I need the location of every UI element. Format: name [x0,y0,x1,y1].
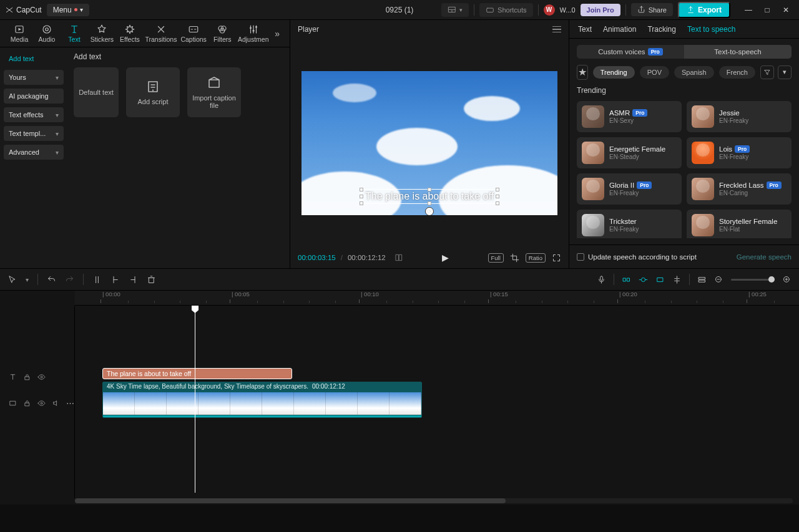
svg-rect-22 [699,277,705,279]
inspector-tab-animation[interactable]: Animation [603,25,636,34]
track-toggle-button[interactable] [697,275,707,284]
text-to-speech-tab[interactable]: Text-to-speech [684,45,792,59]
update-speech-checkbox[interactable] [577,253,584,261]
sidebar-item-text-effects[interactable]: Text effects▾ [4,107,64,122]
join-pro-button[interactable]: Join Pro [581,4,620,16]
ribbon-tab-text[interactable]: Text [61,22,87,45]
selection-tool[interactable] [7,275,17,284]
eye-icon[interactable] [37,373,46,381]
chip-spanish[interactable]: Spanish [674,66,714,79]
zoom-slider[interactable] [731,279,775,281]
sidebar-item-text-templ-[interactable]: Text templ...▾ [4,126,64,141]
ratio-button[interactable]: Ratio [526,253,546,263]
ribbon-more-button[interactable]: » [271,29,283,39]
inspector-tab-tracking[interactable]: Tracking [647,25,676,34]
ribbon-tab-audio[interactable]: Audio [34,22,60,45]
share-button[interactable]: Share [631,3,673,16]
lock-icon[interactable] [23,373,31,381]
preview-canvas[interactable]: The plane is about to take off ⟳ [301,71,557,215]
inspector-tab-text-to-speech[interactable]: Text to speech [687,25,735,34]
export-button[interactable]: Export [678,2,730,18]
track-more-button[interactable]: ⋯ [66,399,74,408]
ruler-tick: | 00:10 [361,291,379,297]
lock-icon[interactable] [23,399,31,407]
inspector-tabs: TextAnimationTrackingText to speech [569,20,799,39]
ribbon-tab-stickers[interactable]: Stickers [89,22,115,45]
inspector-tab-text[interactable]: Text [578,25,592,34]
trim-right-button[interactable] [129,275,138,284]
sidebar-item-advanced[interactable]: Advanced▾ [4,145,64,160]
card-default-text[interactable]: Default text [74,67,119,117]
crop-icon[interactable] [510,253,519,263]
filter-button[interactable] [760,65,774,79]
pro-badge: Pro [735,145,750,153]
trim-left-button[interactable] [110,275,120,284]
card-add-script[interactable]: Add script [126,67,180,117]
player-menu-button[interactable] [552,26,561,33]
fullscreen-icon[interactable] [552,253,561,263]
voice-asmr[interactable]: ASMRProEN·Sexy [577,101,682,132]
undo-button[interactable] [47,275,56,284]
preview-snap-button[interactable] [655,275,665,284]
chip-trending[interactable]: Trending [593,66,635,79]
time-ruler[interactable]: | 00:00| 00:05| 00:10| 00:15| 00:20| 00:… [75,291,799,306]
minimize-button[interactable]: ― [740,3,757,17]
full-button[interactable]: Full [488,253,504,263]
timeline-scrollbar[interactable] [75,498,793,503]
zoom-out-button[interactable] [714,275,723,284]
asset-category-tabs: MediaAudioTextStickersEffectsTransitions… [0,20,290,47]
redo-button[interactable] [65,275,74,284]
mute-icon[interactable] [52,399,60,407]
chip-pov[interactable]: POV [640,66,669,79]
magnet-button[interactable] [622,275,631,284]
sidebar-item-ai-packaging[interactable]: AI packaging [4,89,64,104]
more-filters-button[interactable]: ▾ [778,65,792,79]
favorites-button[interactable]: ★ [577,65,588,80]
voice-freckled-lass[interactable]: Freckled LassProEN·Caring [687,173,792,205]
voice-energetic-female[interactable]: Energetic FemaleEN·Steady [577,137,682,168]
card-import-caption-file[interactable]: Import caption file [187,67,241,117]
playhead[interactable] [195,306,195,493]
voice-gloria-ii[interactable]: Gloria IIProEN·Freaky [577,173,682,205]
shortcuts-button[interactable]: Shortcuts [479,3,532,17]
voice-storyteller-female[interactable]: Storyteller FemaleEN·Flat [687,210,792,238]
timeline[interactable]: | 00:00| 00:05| 00:10| 00:15| 00:20| 00:… [0,291,799,505]
ribbon-tab-media[interactable]: Media [6,22,32,45]
voice-trickster[interactable]: TricksterEN·Freaky [577,210,682,238]
ribbon-tab-filters[interactable]: Filters [209,22,235,45]
export-icon [687,6,695,14]
chip-french[interactable]: French [719,66,755,79]
custom-voices-tab[interactable]: Custom voicesPro [577,45,684,59]
voice-mode-segment[interactable]: Custom voicesPro Text-to-speech [577,45,792,59]
text-track-controls [0,370,74,383]
eye-icon[interactable] [37,399,46,407]
sidebar-item-add-text[interactable]: Add text [4,51,64,66]
rotate-handle-icon[interactable]: ⟳ [425,207,434,215]
menu-button[interactable]: Menu▾ [47,4,89,16]
sidebar-item-yours[interactable]: Yours▾ [4,70,64,85]
text-track-icon [9,373,17,381]
link-button[interactable] [639,275,648,284]
split-button[interactable] [92,275,102,284]
play-button[interactable]: ▶ [442,253,449,263]
layout-button[interactable]: ▾ [441,3,469,17]
ribbon-tab-adjustmen[interactable]: Adjustmen [237,22,270,45]
text-overlay-selection[interactable]: The plane is about to take off ⟳ [361,189,498,204]
close-button[interactable]: ✕ [778,3,794,17]
user-avatar[interactable]: W [544,4,555,16]
video-clip[interactable]: 4K Sky Time lapse, Beautiful background,… [102,382,422,418]
compare-icon[interactable] [395,253,403,262]
delete-button[interactable] [147,275,156,284]
text-clip[interactable]: The plane is about to take off [102,368,292,379]
voice-jessie[interactable]: JessieEN·Freaky [687,101,792,132]
align-button[interactable] [672,275,682,284]
voice-lois[interactable]: LoisProEN·Freaky [687,137,792,168]
record-audio-button[interactable] [597,275,606,284]
ribbon-tab-transitions[interactable]: Transitions [144,22,178,45]
ribbon-tab-captions[interactable]: Captions [179,22,208,45]
maximize-button[interactable]: □ [759,3,775,17]
zoom-in-button[interactable] [782,275,792,284]
ribbon-tab-effects[interactable]: Effects [117,22,143,45]
selection-dropdown[interactable]: ▾ [26,276,29,283]
generate-speech-button[interactable]: Generate speech [737,253,792,261]
